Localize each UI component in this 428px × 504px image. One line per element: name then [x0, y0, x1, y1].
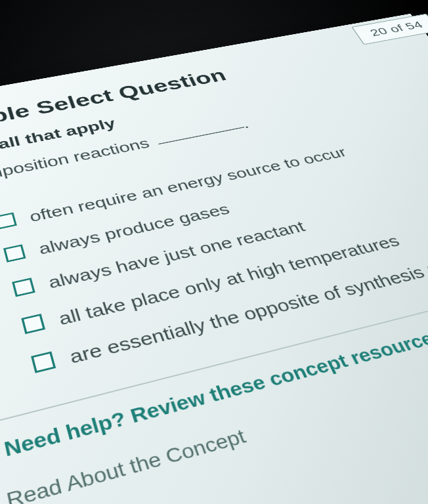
checkbox-icon[interactable]: [21, 314, 45, 334]
checkbox-icon[interactable]: [31, 351, 56, 373]
checkbox-icon[interactable]: [3, 244, 26, 262]
viewport: 20 of 54 Multiple Select Question Select…: [0, 0, 428, 504]
checkbox-icon[interactable]: [0, 213, 17, 230]
fill-blank: [158, 127, 244, 144]
question-card: 20 of 54 Multiple Select Question Select…: [0, 14, 428, 504]
checkbox-icon[interactable]: [12, 278, 35, 297]
